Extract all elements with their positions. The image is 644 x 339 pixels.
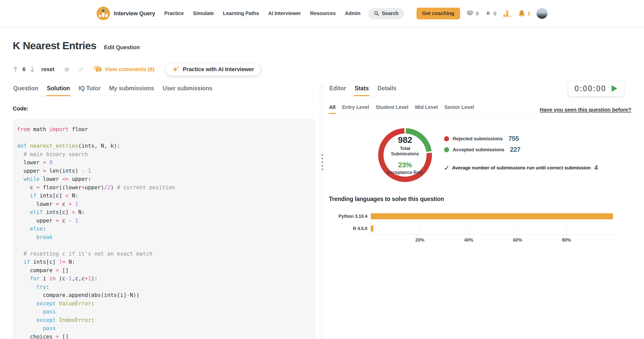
accepted-label: Accepted submissions [453,147,504,153]
brand[interactable]: Interview Query [97,7,155,20]
code-line: try: [17,283,310,291]
leaderboard-button[interactable] [503,9,512,18]
x-tick-label-60: 60% [513,237,522,243]
tab-solution[interactable]: Solution [46,83,70,96]
rejected-label: Rejected submissions [453,136,503,142]
donut-legend: Rejected submissions 755 Accepted submis… [444,127,598,183]
top-header: Interview Query PracticeSimulateLearning… [0,0,644,27]
code-label: Code: [13,105,315,112]
legend-accepted: Accepted submissions 227 [444,146,598,153]
accepted-dot-icon [444,147,449,152]
practice-ai-interviewer-label: Practice with AI Interviewer [183,66,254,73]
up-arrow-icon [13,66,18,73]
upvote-button[interactable] [13,66,18,73]
level-tab-senior-level[interactable]: Senior Level [444,103,474,114]
search-label: Search [382,10,399,16]
code-line: except ValueError: [17,299,310,308]
bar-row-r-4-5-0 [371,222,618,235]
code-line: # main binary search [17,150,310,159]
submissions-donut-chart: 982 Total Submissions 23% Acceptance Rat… [377,127,433,183]
tab-details[interactable]: Details [377,83,397,96]
streak-count: 0 [493,10,496,17]
timer-card: 0:00:00 [568,81,624,96]
search-icon [374,11,379,16]
view-comments-link[interactable]: View comments (6) [94,66,154,73]
acceptance-rate-value: 23% [398,161,412,169]
code-line: if ints[c] != N: [17,258,310,266]
level-tab-student-level[interactable]: Student Level [375,103,409,114]
brand-name: Interview Query [114,10,155,17]
leaderboard-podium-icon [503,9,512,18]
total-submissions-label: Total Submissions [386,146,424,157]
vote-count: 6 [22,66,25,73]
splitter-drag-handle-icon[interactable] [321,154,323,170]
timer-play-button[interactable] [611,85,618,92]
question-tabs: QuestionSolutionIQ TutorMy submissionsUs… [13,83,315,96]
code-line: break [17,233,310,242]
code-line: c = floor((lower+upper)/2) # current pos… [17,183,310,192]
code-line: elif ints[c] > N: [17,208,310,217]
code-line: pass [17,308,310,316]
nav-menu: PracticeSimulateLearning PathsAI Intervi… [164,10,360,16]
code-block[interactable]: from math import floor def nearest_entri… [13,119,315,339]
search-button[interactable]: Search [368,8,404,19]
practice-ai-interviewer-button[interactable]: Practice with AI Interviewer [165,63,261,76]
code-line: if ints[c] < N: [17,192,310,200]
mark-done-check-icon[interactable]: ✓ [78,66,84,73]
level-tab-all[interactable]: All [329,103,336,114]
check-icon: ✓ [444,165,450,171]
nav-item-practice[interactable]: Practice [164,10,184,16]
nav-item-admin[interactable]: Admin [345,10,360,16]
tab-question[interactable]: Question [13,83,39,96]
gem-icon [466,10,474,17]
trending-plot: 20%40%60%80%Python 3.10.4R 4.5.0 [371,210,618,235]
tab-iq-tutor[interactable]: IQ Tutor [78,83,101,96]
panel-splitter [315,83,329,339]
x-tick-label-40: 40% [464,237,473,243]
level-tab-entry-level[interactable]: Entry Level [342,103,369,114]
notifications-button[interactable]: 1 [518,9,530,18]
gem-count: 0 [476,10,479,17]
bar-python-3-10-4[interactable] [371,213,613,219]
bell-icon [518,9,526,18]
tab-my-submissions[interactable]: My submissions [109,83,155,96]
code-line: from math import floor [17,125,310,134]
edit-question-link[interactable]: Edit Question [104,44,140,51]
tab-stats[interactable]: Stats [354,83,369,96]
bar-label-python-3-10-4: Python 3.10.4 [329,210,367,222]
tab-editor[interactable]: Editor [329,83,346,96]
code-line: compare = [] [17,266,310,275]
code-line [17,241,310,250]
code-line: # resetting c if it's not an exact match [17,250,310,258]
code-line: while lower <= upper: [17,175,310,183]
get-coaching-button[interactable]: Get coaching [417,8,460,19]
code-line: compare.append(abs(ints[i]-N)) [17,291,310,299]
streak-counter[interactable]: 0 [485,10,496,17]
comments-icon [94,66,102,73]
nav-item-resources[interactable]: Resources [310,10,336,16]
code-line: upper = c - 1 [17,217,310,225]
sparkles-icon [172,66,180,73]
code-line: lower = c + 1 [17,200,310,208]
code-line: upper = len(ints) - 1 [17,167,310,175]
nav-item-simulate[interactable]: Simulate [193,10,214,16]
code-line: lower = 0 [17,158,310,167]
bar-r-4-5-0[interactable] [371,225,373,232]
nav-item-learning-paths[interactable]: Learning Paths [223,10,259,16]
splitter-bar[interactable] [320,83,324,339]
bookmark-star-icon[interactable]: ★ [63,65,71,73]
bar-row-python-3-10-4 [371,210,618,222]
avatar[interactable] [536,8,547,19]
gems-counter[interactable]: 0 [466,10,479,17]
level-tab-mid-level[interactable]: Mid Level [415,103,438,114]
trending-languages-title: Trending languages to solve this questio… [329,196,631,203]
tab-user-submissions[interactable]: User submissions [162,83,213,96]
notification-count: 1 [528,10,530,17]
downvote-button[interactable] [30,66,35,73]
seen-before-link[interactable]: Have you seen this question before? [540,107,631,113]
acceptance-rate-label: Acceptance Rate [387,170,423,175]
page-title: K Nearest Entries [13,40,96,52]
nav-item-ai-interviewer[interactable]: AI Interviewer [268,10,301,16]
reset-votes-link[interactable]: reset [41,66,55,73]
rejected-value: 755 [508,135,519,142]
